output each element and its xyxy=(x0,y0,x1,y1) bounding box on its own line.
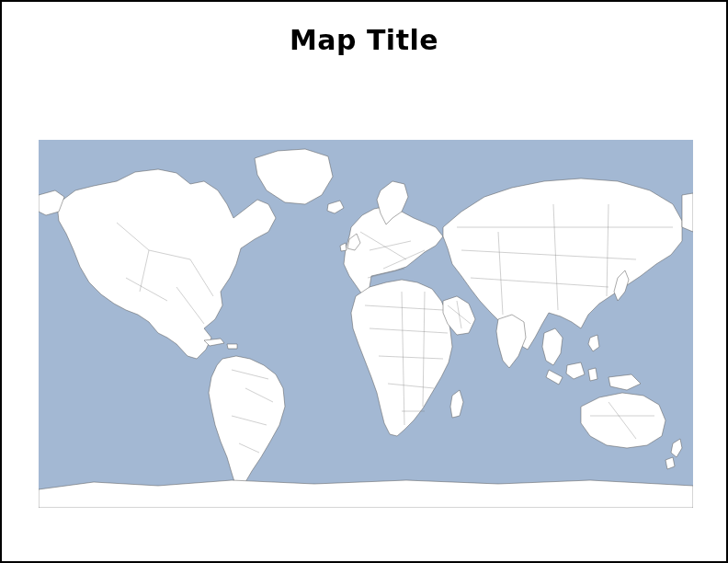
map-title: Map Title xyxy=(2,24,726,56)
asia-east-tip xyxy=(682,193,693,232)
continent-antarctica xyxy=(39,480,693,508)
island-sulawesi xyxy=(588,368,597,381)
page: Map Title xyxy=(0,0,728,563)
world-map xyxy=(39,140,693,508)
island-hispaniola xyxy=(227,344,237,349)
world-map-svg xyxy=(39,140,693,508)
